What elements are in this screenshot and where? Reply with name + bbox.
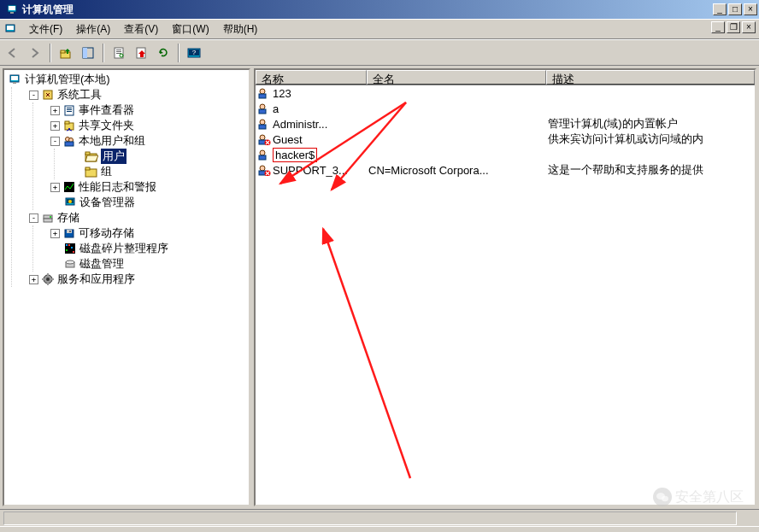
properties-button[interactable] xyxy=(109,44,128,62)
tree-local-users-groups[interactable]: -本地用户和组 xyxy=(49,133,247,149)
tree-perf-logs[interactable]: +性能日志和警报 xyxy=(49,179,247,195)
svg-point-65 xyxy=(260,135,265,140)
folder-icon xyxy=(85,165,98,178)
svg-rect-4 xyxy=(7,26,14,30)
menu-action[interactable]: 操作(A) xyxy=(69,20,117,38)
tree-groups[interactable]: 组 xyxy=(70,164,247,179)
tree-root[interactable]: 计算机管理(本地) xyxy=(6,72,247,87)
user-name: SUPPORT_3... xyxy=(273,164,348,177)
refresh-button[interactable] xyxy=(154,44,173,62)
back-button[interactable] xyxy=(3,44,22,62)
collapse-icon[interactable]: - xyxy=(50,137,60,146)
svg-rect-1 xyxy=(9,6,15,10)
menu-window[interactable]: 窗口(W) xyxy=(165,20,215,38)
statusbar-outer xyxy=(0,526,759,532)
watermark: 安全第八区 xyxy=(653,488,744,506)
svg-point-52 xyxy=(66,260,74,264)
collapse-icon[interactable]: - xyxy=(29,213,38,223)
minimize-button[interactable]: _ xyxy=(713,3,727,15)
column-header-name[interactable]: 名称 xyxy=(256,70,367,85)
svg-rect-22 xyxy=(65,106,74,115)
forward-button[interactable] xyxy=(26,44,44,62)
user-name: Administr... xyxy=(273,118,327,131)
list-row[interactable]: a xyxy=(256,101,755,116)
user-name: Guest xyxy=(273,133,303,146)
window-title: 计算机管理 xyxy=(22,3,713,17)
mdi-restore-button[interactable]: ❐ xyxy=(727,21,740,33)
list-row[interactable]: hacker$ xyxy=(256,147,755,162)
tree-storage[interactable]: -存储 xyxy=(27,210,247,225)
resize-grip[interactable] xyxy=(738,512,754,525)
list-pane[interactable]: 名称 全名 描述 123aAdministr...管理计算机(域)的内置帐户Gu… xyxy=(254,68,756,506)
list-row[interactable]: 123 xyxy=(256,85,755,101)
svg-rect-46 xyxy=(66,244,68,246)
tree-event-viewer[interactable]: +事件查看器 xyxy=(49,102,247,118)
window-controls: _ □ × xyxy=(713,3,757,15)
tree-removable[interactable]: +可移动存储 xyxy=(49,225,247,241)
up-button[interactable] xyxy=(56,44,75,62)
users-groups-icon xyxy=(62,134,76,148)
user-desc: 管理计算机(域)的内置帐户 xyxy=(546,116,755,132)
expand-icon[interactable]: + xyxy=(50,106,60,115)
maximize-button[interactable]: □ xyxy=(728,3,742,15)
removable-icon xyxy=(62,226,76,240)
expand-icon[interactable]: + xyxy=(50,121,60,131)
toolbar-separator xyxy=(50,44,51,62)
mdi-close-button[interactable]: × xyxy=(742,21,756,33)
user-fullname: CN=Microsoft Corpora... xyxy=(367,164,546,177)
wechat-icon xyxy=(653,488,672,506)
close-button[interactable]: × xyxy=(744,3,757,15)
svg-rect-2 xyxy=(10,12,14,14)
tree-defrag[interactable]: 磁盘碎片整理程序 xyxy=(49,241,247,256)
svg-rect-50 xyxy=(73,251,74,253)
mdi-minimize-button[interactable]: _ xyxy=(711,21,725,33)
collapse-icon[interactable]: - xyxy=(29,91,38,100)
menu-help[interactable]: 帮助(H) xyxy=(216,20,265,38)
tree-system-tools[interactable]: - 系统工具 xyxy=(27,87,247,102)
menu-file[interactable]: 文件(F) xyxy=(22,20,69,38)
list-row[interactable]: SUPPORT_3...CN=Microsoft Corpora...这是一个帮… xyxy=(256,162,755,178)
svg-rect-8 xyxy=(83,48,87,58)
svg-rect-34 xyxy=(85,167,90,170)
titlebar: 计算机管理 _ □ × xyxy=(0,0,759,19)
tree-shared-folders[interactable]: +共享文件夹 xyxy=(49,118,247,133)
watermark-text: 安全第八区 xyxy=(675,488,744,506)
tree-disk-mgmt[interactable]: 磁盘管理 xyxy=(49,256,247,272)
disk-icon xyxy=(63,257,77,271)
help-button[interactable]: ? xyxy=(185,44,203,62)
list-row[interactable]: Administr...管理计算机(域)的内置帐户 xyxy=(256,116,755,132)
defrag-icon xyxy=(63,242,77,255)
export-button[interactable] xyxy=(132,44,150,62)
user-disabled-icon xyxy=(257,164,271,176)
svg-point-68 xyxy=(260,150,265,155)
svg-point-54 xyxy=(46,278,50,281)
user-icon xyxy=(257,87,271,99)
tree-pane[interactable]: 计算机管理(本地) - 系统工具 +事件查看器 +共享文件夹 xyxy=(3,68,250,506)
svg-rect-49 xyxy=(66,249,68,251)
perf-icon xyxy=(62,180,76,194)
computer-icon xyxy=(9,73,22,86)
expand-icon[interactable]: + xyxy=(50,183,60,192)
expand-icon[interactable]: + xyxy=(50,229,60,238)
storage-icon xyxy=(41,211,55,225)
services-icon xyxy=(41,272,55,286)
tree-users[interactable]: 用户 xyxy=(70,149,247,164)
status-cell xyxy=(3,529,19,533)
list-header: 名称 全名 描述 xyxy=(256,70,755,85)
tree-device-mgr[interactable]: 设备管理器 xyxy=(49,195,247,210)
show-hide-tree-button[interactable] xyxy=(79,44,97,62)
svg-rect-58 xyxy=(51,278,54,280)
expand-icon[interactable]: + xyxy=(29,275,38,284)
column-header-desc[interactable]: 描述 xyxy=(546,70,755,85)
column-header-fullname[interactable]: 全名 xyxy=(367,70,546,85)
svg-point-38 xyxy=(68,200,72,203)
svg-point-41 xyxy=(50,216,51,218)
svg-rect-23 xyxy=(67,108,72,108)
event-icon xyxy=(62,103,76,117)
user-desc: 这是一个帮助和支持服务的提供 xyxy=(546,162,755,178)
list-row[interactable]: Guest供来宾访问计算机或访问域的内 xyxy=(256,132,755,147)
shared-icon xyxy=(62,119,76,132)
svg-rect-25 xyxy=(67,111,72,112)
menu-view[interactable]: 查看(V) xyxy=(117,20,165,38)
tree-services-apps[interactable]: +服务和应用程序 xyxy=(27,272,247,287)
